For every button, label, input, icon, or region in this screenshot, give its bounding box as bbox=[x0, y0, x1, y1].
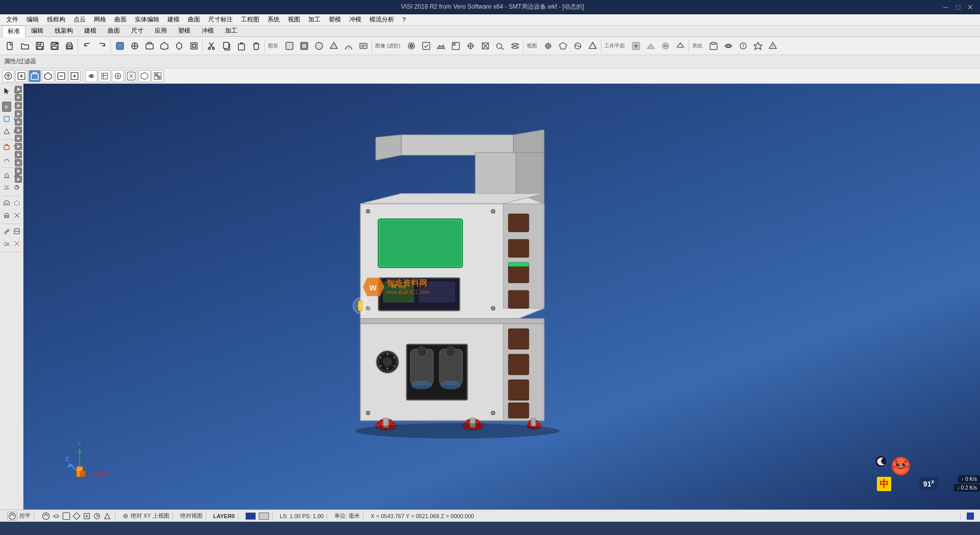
lt-btn-7[interactable] bbox=[2, 142, 11, 152]
sec-btn-10[interactable] bbox=[125, 70, 137, 82]
redo-button[interactable] bbox=[95, 39, 109, 53]
img-btn-2[interactable] bbox=[419, 39, 433, 53]
tab-machine[interactable]: 加工 bbox=[219, 25, 243, 37]
tab-build[interactable]: 建模 bbox=[79, 25, 102, 37]
shape-btn-6[interactable] bbox=[356, 39, 371, 53]
sys-btn-5[interactable] bbox=[766, 39, 780, 53]
sys-btn-3[interactable] bbox=[736, 39, 750, 53]
sec-btn-11[interactable] bbox=[138, 70, 151, 82]
status-icon-3[interactable] bbox=[62, 512, 71, 521]
tab-mold[interactable]: 塑模 bbox=[173, 25, 196, 37]
view-btn-5[interactable] bbox=[172, 39, 186, 53]
paste-button[interactable] bbox=[234, 39, 249, 53]
open-button[interactable] bbox=[18, 39, 32, 53]
sec-btn-12[interactable] bbox=[152, 70, 164, 82]
tab-apply[interactable]: 应用 bbox=[149, 25, 173, 37]
panel-btn-9[interactable]: ▶ bbox=[15, 151, 22, 158]
panel-btn-11[interactable]: ▶ bbox=[15, 167, 22, 175]
panel-btn-4[interactable]: ▶ bbox=[15, 110, 22, 117]
tab-standard[interactable]: 标准 bbox=[2, 26, 26, 37]
status-btn-1[interactable] bbox=[7, 512, 17, 521]
lt-btn-18[interactable] bbox=[12, 210, 21, 221]
panel-btn-8[interactable]: ▶ bbox=[15, 143, 22, 150]
sec-btn-7[interactable] bbox=[85, 70, 97, 82]
panel-btn-10[interactable]: ▶ bbox=[15, 159, 22, 166]
print-button[interactable] bbox=[62, 39, 77, 53]
tab-surface[interactable]: 曲面 bbox=[102, 25, 126, 37]
panel-btn-12[interactable]: ▶ bbox=[15, 176, 22, 183]
img-btn-5[interactable] bbox=[463, 39, 478, 53]
viewport-container[interactable]: ⊕ bbox=[0, 84, 980, 509]
panel-btn-6[interactable]: ▶ bbox=[15, 127, 22, 134]
lt-btn-13[interactable] bbox=[2, 182, 11, 192]
lt-btn-15[interactable] bbox=[2, 198, 11, 208]
menu-solid-edit[interactable]: 实体编辑 bbox=[131, 14, 163, 25]
save-button[interactable] bbox=[33, 39, 47, 53]
panel-btn-1[interactable]: ▶ bbox=[15, 86, 22, 93]
status-icon-4[interactable] bbox=[72, 512, 81, 521]
menu-view[interactable]: 视图 bbox=[284, 14, 304, 25]
status-absolute-view[interactable]: 绝对视图 bbox=[177, 512, 206, 520]
navigation-cube[interactable]: 中 bbox=[873, 453, 909, 489]
viewport-3d[interactable]: W 智造资料网 www.机床加工.com Z X bbox=[23, 84, 980, 509]
undo-button[interactable] bbox=[80, 39, 94, 53]
status-icon-1[interactable] bbox=[41, 512, 51, 521]
sec-btn-1[interactable] bbox=[2, 70, 14, 82]
sec-btn-4[interactable] bbox=[42, 70, 54, 82]
lt-btn-5[interactable] bbox=[2, 126, 11, 136]
sec-btn-3[interactable] bbox=[29, 70, 41, 82]
menu-edit[interactable]: 编辑 bbox=[22, 14, 43, 25]
lt-btn-9[interactable] bbox=[2, 154, 11, 164]
panel-btn-3[interactable]: ▶ bbox=[15, 102, 22, 109]
lt-btn-17[interactable] bbox=[2, 210, 11, 221]
lt-btn-16[interactable] bbox=[12, 198, 21, 208]
wp-btn-1[interactable] bbox=[629, 39, 643, 53]
sec-btn-8[interactable] bbox=[99, 70, 111, 82]
menu-pointcloud[interactable]: 点云 bbox=[69, 14, 90, 25]
menu-engineering[interactable]: 工程图 bbox=[237, 14, 263, 25]
wp-btn-2[interactable] bbox=[644, 39, 658, 53]
new-button[interactable] bbox=[3, 39, 17, 53]
menu-wireframe[interactable]: 线框构 bbox=[43, 14, 69, 25]
sec-btn-6[interactable] bbox=[68, 70, 81, 82]
lt-btn-14[interactable] bbox=[12, 182, 21, 192]
wp-btn-3[interactable] bbox=[658, 39, 673, 53]
menu-system[interactable]: 系统 bbox=[263, 14, 284, 25]
view-btn-1[interactable] bbox=[113, 39, 127, 53]
img-btn-8[interactable] bbox=[508, 39, 522, 53]
tab-stamp[interactable]: 冲模 bbox=[196, 25, 219, 37]
lt-btn-22[interactable] bbox=[12, 238, 21, 249]
shape-btn-2[interactable] bbox=[297, 39, 311, 53]
menu-flow[interactable]: 模流分析 bbox=[365, 14, 398, 25]
status-absolute-xy[interactable]: 绝对 XY 上视图 bbox=[119, 512, 173, 520]
close-button[interactable]: ✕ bbox=[965, 2, 976, 12]
lt-btn-20[interactable] bbox=[12, 226, 21, 236]
minimize-button[interactable]: ─ bbox=[940, 2, 951, 12]
maximize-button[interactable]: □ bbox=[952, 2, 964, 12]
lt-btn-21[interactable] bbox=[2, 238, 11, 249]
menu-stamping[interactable]: 冲模 bbox=[345, 14, 365, 25]
lt-btn-1[interactable]: ⊕ bbox=[2, 102, 11, 112]
view-btn-4[interactable] bbox=[157, 39, 172, 53]
sec-btn-5[interactable] bbox=[55, 70, 67, 82]
view2-btn-2[interactable] bbox=[556, 39, 570, 53]
delete-button[interactable] bbox=[249, 39, 263, 53]
img-btn-7[interactable] bbox=[493, 39, 507, 53]
sec-btn-9[interactable] bbox=[112, 70, 124, 82]
save-as-button[interactable]: + bbox=[47, 39, 62, 53]
sec-btn-2[interactable] bbox=[15, 70, 28, 82]
sys-btn-1[interactable] bbox=[706, 39, 721, 53]
sys-btn-4[interactable] bbox=[751, 39, 765, 53]
status-icon-7[interactable] bbox=[103, 512, 112, 521]
panel-btn-5[interactable]: ▶ bbox=[15, 118, 22, 126]
lt-btn-19[interactable] bbox=[2, 226, 11, 236]
select-tool[interactable] bbox=[2, 86, 11, 96]
view-btn-3[interactable] bbox=[142, 39, 157, 53]
cut-button[interactable] bbox=[205, 39, 219, 53]
menu-build[interactable]: 建模 bbox=[163, 14, 184, 25]
shape-btn-4[interactable] bbox=[327, 39, 341, 53]
shape-btn-3[interactable] bbox=[312, 39, 326, 53]
view2-btn-4[interactable] bbox=[585, 39, 600, 53]
img-btn-4[interactable] bbox=[449, 39, 463, 53]
lt-btn-3[interactable] bbox=[2, 114, 11, 124]
